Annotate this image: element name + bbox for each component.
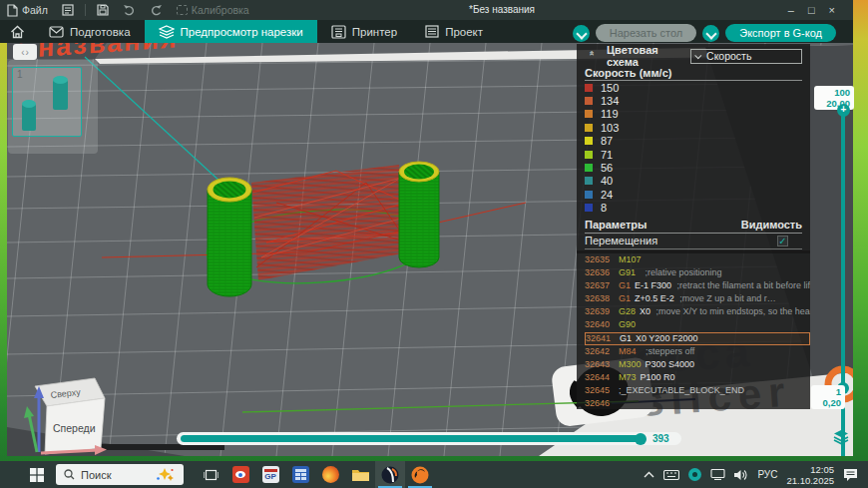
gcode-command: G1: [619, 280, 631, 290]
layer-slider-bottom-label: 1 0,20: [811, 385, 845, 409]
window-title: *Без названия: [469, 4, 535, 15]
legend-value: 8: [601, 202, 607, 214]
gcode-line[interactable]: 32638G1Z+0.5 E-2 ;move Z up a bit and r…: [585, 292, 810, 305]
close-button[interactable]: ×: [829, 4, 835, 16]
gcode-line-current[interactable]: 32641G1X0 Y200 F2000: [585, 332, 810, 345]
legend-row[interactable]: 134: [585, 94, 802, 107]
home-button[interactable]: [0, 20, 35, 43]
save-button[interactable]: [90, 0, 116, 20]
slice-button[interactable]: Нарезать стол: [596, 24, 697, 42]
tab-project[interactable]: Проект: [411, 20, 497, 43]
taskbar-app-explorer[interactable]: [345, 461, 375, 488]
legend-row[interactable]: 56: [585, 161, 802, 174]
model-cylinder-left: [208, 178, 251, 296]
tab-preview[interactable]: Предпросмотр нарезки: [145, 20, 317, 43]
bottom-layer-height: 0,20: [815, 397, 841, 408]
horizontal-move-slider[interactable]: 393: [177, 432, 681, 445]
legend-row[interactable]: 150: [585, 81, 802, 94]
undo-button[interactable]: [116, 0, 143, 20]
taskbar-app-calc[interactable]: [285, 461, 315, 488]
chevron-up-icon: ⌃: [588, 55, 596, 60]
legend-row[interactable]: 40: [585, 175, 802, 188]
gcode-command: G1: [619, 293, 631, 303]
gcode-line[interactable]: 32642M84 ;steppers off: [585, 345, 810, 358]
notes-button[interactable]: [55, 0, 81, 20]
slice-options-chevron[interactable]: [573, 25, 590, 42]
gcode-command: M300: [619, 359, 642, 369]
clock-date: 21.10.2025: [786, 475, 834, 486]
orange-app-icon: [411, 466, 429, 484]
taskbar-clock[interactable]: 12:05 21.10.2025: [786, 464, 834, 486]
gcode-line[interactable]: 32645;_EXECUTABLE_BLOCK_END: [585, 384, 810, 397]
legend-row[interactable]: 87: [585, 135, 802, 148]
collapse-panel-button[interactable]: ⌃⌃: [585, 53, 599, 60]
gcode-line[interactable]: 32644M73P100 R0: [585, 371, 810, 384]
gcode-line-number: 32644: [585, 371, 619, 384]
volume-icon[interactable]: [734, 469, 748, 481]
redo-button[interactable]: [143, 0, 170, 20]
color-scheme-select[interactable]: Скорость: [690, 49, 802, 64]
taskbar-app-orange[interactable]: [405, 461, 435, 488]
menu-file[interactable]: Файл: [0, 0, 55, 20]
export-options-chevron[interactable]: [702, 25, 719, 42]
start-button[interactable]: [22, 461, 52, 488]
tab-preview-label: Предпросмотр нарезки: [181, 26, 303, 38]
gcode-comment: ;move X/Y to min endstops, so the head i…: [655, 306, 810, 316]
gcode-viewer[interactable]: 32635M107 32636G91 ;relative positioning…: [577, 250, 810, 409]
taskbar-app-firefox[interactable]: [315, 461, 345, 488]
taskbar-app-vnc[interactable]: [225, 461, 255, 488]
taskbar-app-slicer[interactable]: [375, 461, 405, 488]
view-cube[interactable]: Сверху Спереди: [24, 378, 107, 455]
travel-move-line: [85, 57, 234, 195]
legend-toggle-button[interactable]: [833, 429, 849, 449]
search-box[interactable]: Поиск: [56, 464, 184, 485]
gcode-line-number: 32638: [585, 292, 619, 305]
legend-row[interactable]: 103: [585, 121, 802, 134]
calibration-button[interactable]: Калибровка: [170, 0, 256, 20]
maximize-button[interactable]: □: [808, 4, 815, 16]
legend-row[interactable]: 8: [585, 202, 802, 215]
gcode-line[interactable]: 32635M107: [585, 253, 810, 266]
home-icon: [10, 25, 25, 39]
export-gcode-button[interactable]: Экспорт в G-код: [725, 24, 836, 42]
gcode-args: P100 R0: [641, 372, 675, 382]
tray-expand-chevron-icon[interactable]: [644, 471, 654, 478]
tab-prepare[interactable]: Подготовка: [35, 20, 145, 43]
gcode-line[interactable]: 32640G90: [585, 318, 810, 331]
plate-thumbnail[interactable]: 1: [12, 67, 82, 137]
gcode-comment: ;retract the filament a bit before lifti…: [676, 280, 810, 290]
tray-app-icon[interactable]: [688, 468, 701, 481]
network-icon[interactable]: [710, 469, 725, 480]
taskbar-app-gp[interactable]: GP: [255, 461, 285, 488]
legend-row[interactable]: 119: [585, 108, 802, 121]
legend-value: 103: [601, 122, 619, 134]
gcode-comment: ;_EXECUTABLE_BLOCK_END: [619, 385, 744, 395]
plate-thumbnail-panel[interactable]: 1: [8, 60, 98, 154]
minimize-button[interactable]: –: [788, 4, 794, 16]
collapse-left-panel-button[interactable]: ‹›: [13, 44, 37, 60]
gcode-line[interactable]: 32643M300P300 S4000: [585, 358, 810, 371]
y-axis-arrow: [24, 406, 34, 418]
task-view-button[interactable]: [196, 461, 225, 488]
legend-row[interactable]: 71: [585, 148, 802, 161]
gcode-command: G90: [619, 319, 636, 329]
layer-slider-top-handle[interactable]: +: [837, 104, 850, 117]
gcode-line[interactable]: 32639G28X0 ;move X/Y to min endstops, so…: [585, 305, 810, 318]
notification-center-icon[interactable]: [843, 468, 858, 481]
travel-moves-checkbox[interactable]: ✓: [777, 236, 788, 246]
gcode-line[interactable]: 32637G1E-1 F300 ;retract the filament a …: [585, 279, 810, 292]
top-layer-number: 100: [818, 87, 850, 98]
chevron-right-icon: ›: [26, 47, 29, 58]
travel-moves-row[interactable]: Перемещения ✓: [585, 234, 802, 249]
gp-app-icon: GP: [262, 466, 279, 483]
legend-value: 56: [601, 162, 613, 174]
gcode-line[interactable]: 32636G91 ;relative positioning: [585, 266, 810, 279]
legend-row[interactable]: 24: [585, 188, 802, 201]
horizontal-slider-handle[interactable]: [635, 433, 647, 445]
keyboard-icon[interactable]: [663, 470, 679, 480]
legend-value: 119: [601, 108, 619, 120]
language-indicator[interactable]: РУС: [757, 469, 777, 480]
gcode-line[interactable]: 32646: [585, 397, 810, 409]
tab-printer[interactable]: Принтер: [317, 20, 411, 43]
layers-icon: [833, 429, 849, 445]
